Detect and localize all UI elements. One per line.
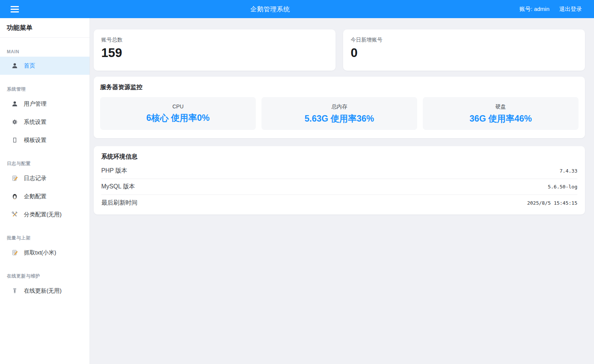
sidebar-item-label: 企鹅配置 xyxy=(24,193,46,200)
sidebar-item-penguin-config[interactable]: 企鹅配置 xyxy=(0,187,90,205)
environment-card: 系统环境信息 PHP 版本 7.4.33 MySQL 版本 5.6.50-log… xyxy=(94,146,585,214)
metric-label: 硬盘 xyxy=(423,103,579,110)
sidebar-item-label: 抓取txt(小米) xyxy=(24,249,56,256)
stat-card-new-accounts-today: 今日新增账号 0 xyxy=(343,29,585,71)
sidebar-item-label: 用户管理 xyxy=(24,100,46,108)
app-header: 企鹅管理系统 账号: admin 退出登录 xyxy=(0,0,594,18)
metric-cpu: CPU 6核心 使用率0% xyxy=(100,97,256,130)
sidebar-item-user-management[interactable]: 用户管理 xyxy=(0,95,90,113)
stat-value: 159 xyxy=(101,46,328,60)
penguin-icon xyxy=(11,193,18,200)
metric-memory: 总内存 5.63G 使用率36% xyxy=(261,97,417,130)
header-title-wrap: 企鹅管理系统 xyxy=(26,5,514,14)
env-label: MySQL 版本 xyxy=(101,183,135,191)
main-content: 账号总数 159 今日新增账号 0 服务器资源监控 CPU 6核心 使用率0% … xyxy=(90,18,594,364)
env-label: PHP 版本 xyxy=(101,167,127,175)
sidebar-section-online-update: 在线更新与维护 xyxy=(0,271,90,282)
stat-row: 账号总数 159 今日新增账号 0 xyxy=(94,29,585,71)
environment-rows: PHP 版本 7.4.33 MySQL 版本 5.6.50-log 最后刷新时间… xyxy=(101,163,577,211)
hamburger-menu-icon[interactable] xyxy=(0,0,26,18)
memo-icon xyxy=(11,175,18,182)
environment-title: 系统环境信息 xyxy=(101,153,577,161)
env-row-mysql-version: MySQL 版本 5.6.50-log xyxy=(101,179,577,195)
sidebar-item-online-update[interactable]: 在线更新(无用) xyxy=(0,282,90,300)
sidebar-item-home[interactable]: 首页 xyxy=(0,57,90,75)
env-label: 最后刷新时间 xyxy=(101,199,138,207)
sidebar-section-main: MAIN xyxy=(0,47,90,57)
metric-row: CPU 6核心 使用率0% 总内存 5.63G 使用率36% 硬盘 36G 使用… xyxy=(100,97,579,130)
account-label: 账号: admin xyxy=(520,6,549,13)
user-icon xyxy=(11,100,18,107)
metric-label: 总内存 xyxy=(261,103,417,110)
stat-card-total-accounts: 账号总数 159 xyxy=(94,29,336,71)
sidebar-section-batch: 批量与上架 xyxy=(0,233,90,244)
server-monitor-card: 服务器资源监控 CPU 6核心 使用率0% 总内存 5.63G 使用率36% 硬… xyxy=(94,77,585,138)
stat-value: 0 xyxy=(351,46,577,60)
sidebar-item-grab-txt[interactable]: 抓取txt(小米) xyxy=(0,244,90,262)
sidebar-item-label: 首页 xyxy=(24,62,35,69)
env-row-php-version: PHP 版本 7.4.33 xyxy=(101,163,577,179)
sidebar-item-label: 分类配置(无用) xyxy=(24,211,62,218)
tools-icon xyxy=(11,211,18,218)
sidebar-item-label: 在线更新(无用) xyxy=(24,287,62,295)
env-value: 5.6.50-log xyxy=(548,184,577,190)
template-icon xyxy=(11,137,18,143)
bolt-icon xyxy=(11,287,18,294)
metric-label: CPU xyxy=(100,103,256,110)
sidebar-title: 功能菜单 xyxy=(0,18,90,38)
metric-value: 36G 使用率46% xyxy=(423,113,579,125)
env-value: 7.4.33 xyxy=(560,168,577,174)
server-monitor-title: 服务器资源监控 xyxy=(100,83,579,91)
sidebar: 功能菜单 MAIN 首页 系统管理 用户管理 系统设置 模板设置 xyxy=(0,18,90,364)
sidebar-item-category-config[interactable]: 分类配置(无用) xyxy=(0,205,90,224)
sidebar-section-logs-config: 日志与配置 xyxy=(0,158,90,169)
stat-label: 账号总数 xyxy=(101,37,328,43)
logout-button[interactable]: 退出登录 xyxy=(559,6,582,13)
memo-icon xyxy=(11,249,18,256)
sidebar-item-system-settings[interactable]: 系统设置 xyxy=(0,113,90,131)
sidebar-item-log-records[interactable]: 日志记录 xyxy=(0,169,90,187)
sidebar-item-label: 日志记录 xyxy=(24,175,46,182)
gear-icon xyxy=(11,119,18,125)
sidebar-section-system: 系统管理 xyxy=(0,84,90,95)
metric-value: 5.63G 使用率36% xyxy=(261,113,417,125)
stat-label: 今日新增账号 xyxy=(351,37,577,43)
sidebar-item-label: 模板设置 xyxy=(24,137,46,144)
metric-value: 6核心 使用率0% xyxy=(100,112,256,124)
header-right: 账号: admin 退出登录 xyxy=(514,6,594,13)
env-value: 2025/8/5 15:45:15 xyxy=(527,200,577,206)
sidebar-item-template-settings[interactable]: 模板设置 xyxy=(0,131,90,149)
metric-disk: 硬盘 36G 使用率46% xyxy=(423,97,579,130)
user-icon xyxy=(11,62,18,69)
sidebar-item-label: 系统设置 xyxy=(24,119,46,126)
env-row-last-refresh: 最后刷新时间 2025/8/5 15:45:15 xyxy=(101,195,577,211)
page-title: 企鹅管理系统 xyxy=(251,6,290,13)
